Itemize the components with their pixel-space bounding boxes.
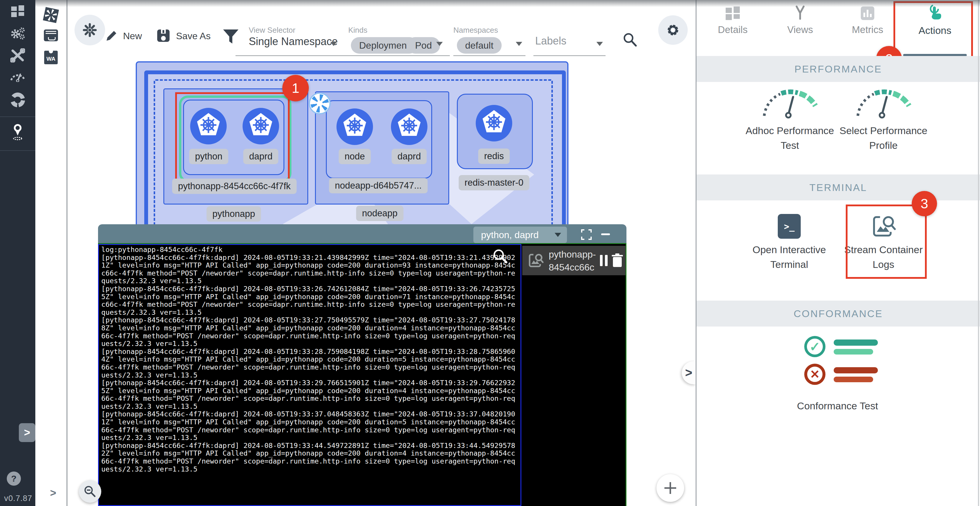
labels-caret-icon[interactable]: [597, 42, 603, 46]
help-icon[interactable]: ?: [7, 471, 21, 486]
tools-icon[interactable]: [10, 48, 25, 62]
metrics-icon: [861, 6, 874, 20]
container-redis-icon[interactable]: [476, 105, 512, 142]
deployment-label: pythonapp: [207, 206, 261, 222]
namespaces-label: Namespaces: [453, 26, 498, 35]
log-line: [pythonapp-8454cc66c-4f7fk:daprd] 2024-0…: [101, 254, 518, 285]
adhoc-performance-icon[interactable]: [759, 88, 821, 120]
log-line: [pythonapp-8454cc66c-4f7fk:daprd] 2024-0…: [101, 316, 518, 348]
tab-views-label: Views: [766, 24, 834, 35]
container-label: redis: [478, 148, 509, 164]
log-stream-entry[interactable]: pythonapp- 8454cc66c: [522, 246, 625, 275]
webassembly-icon[interactable]: WA: [44, 51, 58, 64]
tab-metrics[interactable]: Metrics: [834, 0, 901, 44]
log-output[interactable]: log:pythonapp-8454cc66c-4f7fk[pythonapp-…: [98, 244, 521, 506]
action-open-interactive-terminal[interactable]: Open Interactive Terminal: [741, 242, 838, 272]
tab-details[interactable]: Details: [699, 0, 767, 44]
terminal-container-selector[interactable]: python, daprd: [473, 227, 567, 243]
tab-metrics-label: Metrics: [834, 24, 901, 35]
plugin-rail-expand[interactable]: >: [50, 487, 56, 499]
view-selector-caret-icon[interactable]: [330, 42, 337, 46]
kinds-underline: [348, 56, 450, 56]
log-line: [pythonapp-8454cc66c-4f7fk:daprd] 2024-0…: [101, 379, 518, 410]
dapr-swirl-icon: [309, 93, 331, 114]
select-performance-profile-icon[interactable]: [853, 88, 914, 120]
new-button[interactable]: [105, 29, 118, 42]
delete-stream-icon[interactable]: [611, 254, 624, 269]
app-root: > ? v0.7.87 WA >: [0, 0, 980, 506]
container-node-icon[interactable]: [336, 109, 373, 145]
pod-label: redis-master-0: [459, 175, 529, 190]
right-panel: Details Views Metrics: [697, 0, 980, 506]
new-label[interactable]: New: [123, 30, 142, 42]
container-label: daprd: [391, 149, 426, 164]
stream-name-line1: pythonapp-: [549, 248, 596, 261]
location-pin-icon[interactable]: [11, 124, 24, 141]
container-label: daprd: [243, 149, 278, 164]
mesh-pie-icon[interactable]: [10, 93, 25, 107]
kinds-chip-pod[interactable]: Pod: [407, 37, 440, 54]
container-daprd2-icon[interactable]: [391, 109, 428, 145]
view-selector-underline: [235, 56, 353, 56]
labels-input[interactable]: Labels: [535, 35, 566, 47]
namespaces-caret-icon[interactable]: [516, 42, 522, 46]
webassembly-label: WA: [46, 56, 56, 62]
rail-divider: [0, 150, 35, 151]
terminal-minimize-icon[interactable]: [601, 233, 610, 235]
log-line: log:pythonapp-8454cc66c-4f7fk: [101, 246, 518, 254]
save-as-label[interactable]: Save As: [176, 30, 210, 42]
annotation-step-3: 3: [912, 191, 937, 216]
settings-button[interactable]: [658, 15, 688, 45]
annotation-box-2: [894, 1, 973, 58]
terminal-selector-value: python, daprd: [481, 230, 539, 241]
conformance-test-icon[interactable]: ✓ ✕: [804, 336, 881, 389]
annotation-step-1: 1: [282, 75, 309, 101]
search-icon[interactable]: [622, 32, 638, 47]
stream-name-line2: 8454cc66c: [549, 261, 596, 274]
add-button[interactable]: [657, 474, 684, 502]
scrollbar[interactable]: [978, 0, 979, 506]
save-as-button[interactable]: [157, 29, 170, 42]
left-rail: > ? v0.7.87: [0, 0, 35, 506]
action-select-performance-profile[interactable]: Select Performance Profile: [835, 123, 932, 153]
plus-icon: [664, 482, 677, 495]
dashboard-icon[interactable]: [11, 5, 24, 17]
magnifier-cursor-icon: [492, 248, 509, 266]
plugin-rail: WA >: [35, 0, 67, 506]
terminal-body: log:pythonapp-8454cc66c-4f7fk[pythonapp-…: [98, 243, 627, 506]
log-line: [pythonapp-8454cc66c-4f7fk:daprd] 2024-0…: [101, 285, 518, 316]
namespaces-underline: [453, 56, 525, 56]
view-selector-label: View Selector: [249, 26, 296, 35]
kinds-caret-icon[interactable]: [436, 42, 443, 46]
view-selector-value[interactable]: Single Namespace: [249, 35, 338, 48]
section-conformance-header: CONFORMANCE: [697, 301, 980, 327]
gauge-icon[interactable]: [10, 70, 26, 82]
container-label: python: [189, 149, 228, 164]
settings-gears-icon[interactable]: [10, 27, 25, 41]
open-terminal-icon[interactable]: >_: [778, 214, 801, 239]
zoom-out-button[interactable]: [79, 480, 101, 503]
pod-label: nodeapp-d64b5747...: [329, 178, 428, 193]
rail-divider: [0, 117, 35, 117]
section-performance-header: PERFORMANCE: [697, 56, 980, 82]
action-adhoc-performance-test[interactable]: Adhoc Performance Test: [741, 123, 838, 153]
views-icon: [793, 5, 807, 20]
container-daprd-icon[interactable]: [243, 108, 279, 144]
save-icon: [157, 29, 170, 42]
pause-stream-icon[interactable]: [600, 255, 610, 267]
spinner-swirl-icon[interactable]: [43, 7, 59, 23]
layout-button[interactable]: [75, 15, 105, 45]
rail-expand-button[interactable]: >: [19, 423, 35, 442]
inbox-tray-icon[interactable]: [44, 29, 58, 41]
tab-views[interactable]: Views: [766, 0, 834, 44]
terminal-fullscreen-icon[interactable]: [581, 229, 592, 240]
panel-collapse-button[interactable]: >: [682, 361, 696, 384]
namespaces-chip-default[interactable]: default: [457, 37, 502, 54]
kinds-label: Kinds: [348, 26, 368, 35]
tab-details-label: Details: [699, 24, 767, 35]
flower-icon: [83, 23, 97, 37]
action-conformance-test[interactable]: Conformance Test: [779, 398, 896, 413]
pod-label: pythonapp-8454cc66c-4f7fk: [172, 179, 297, 194]
filter-funnel-icon[interactable]: [223, 29, 239, 45]
container-python-icon[interactable]: [190, 108, 227, 144]
